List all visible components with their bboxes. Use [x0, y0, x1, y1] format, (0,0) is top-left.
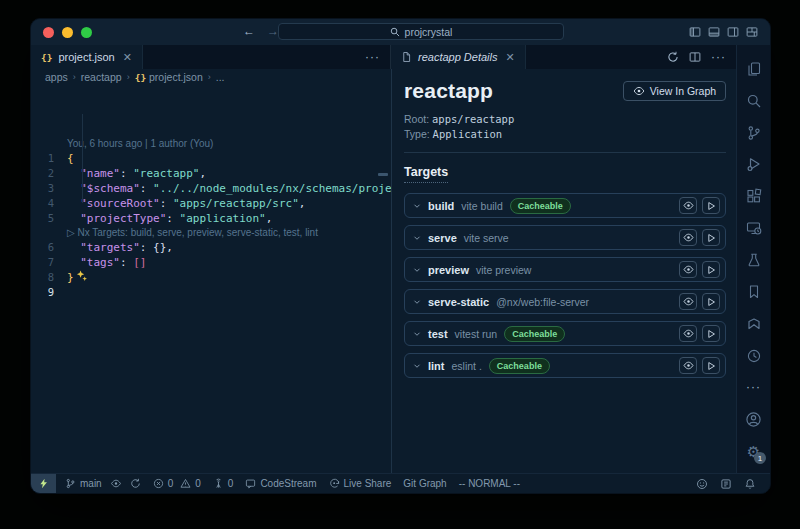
run-target-button[interactable] [702, 197, 720, 214]
breadcrumb-item[interactable]: {} project.json [135, 71, 203, 83]
refresh-icon[interactable] [667, 51, 679, 63]
account-icon[interactable] [737, 403, 770, 435]
problems-item[interactable]: 0 0 [147, 474, 207, 493]
timeline-clock-icon[interactable] [737, 340, 770, 372]
chevron-down-icon[interactable] [413, 234, 421, 242]
remote-indicator[interactable] [31, 474, 56, 493]
titlebar: ← → projcrystal [31, 19, 770, 45]
close-window-button[interactable] [43, 27, 54, 38]
run-target-button[interactable] [702, 261, 720, 278]
gitlens-eye-icon[interactable] [110, 478, 122, 489]
target-row[interactable]: serve-static@nx/web:file-server [404, 289, 726, 314]
view-target-button[interactable] [679, 357, 697, 374]
split-editor-icon[interactable] [689, 51, 701, 63]
chevron-down-icon[interactable] [413, 266, 421, 274]
vim-mode-label: -- NORMAL -- [459, 478, 520, 489]
target-row[interactable]: linteslint .Cacheable [404, 353, 726, 378]
cacheable-badge: Cacheable [489, 358, 550, 374]
scrollbar-mark[interactable] [378, 173, 388, 176]
code-line[interactable]: 6 "targets": {}, [31, 240, 391, 255]
blame-text: You, 6 hours ago | 1 author (You) [67, 137, 213, 151]
run-target-button[interactable] [702, 357, 720, 374]
target-row[interactable]: buildvite buildCacheable [404, 193, 726, 218]
indent-guide [82, 114, 83, 203]
code-line[interactable]: 5 "projectType": "application", [31, 211, 391, 226]
chevron-down-icon[interactable] [413, 362, 421, 370]
close-tab-icon[interactable]: ✕ [506, 51, 515, 64]
view-target-button[interactable] [679, 197, 697, 214]
git-branch-item[interactable]: main [59, 474, 147, 493]
warning-icon [180, 478, 191, 489]
chevron-down-icon[interactable] [413, 330, 421, 338]
search-icon [390, 27, 400, 37]
code-text: "projectType": "application", [67, 211, 272, 226]
nx-codelens[interactable]: ▷ Nx Targets: build, serve, preview, ser… [31, 226, 391, 240]
search-icon[interactable] [737, 85, 770, 117]
status-bar: main 0 0 0 CodeStream Live Share Git Gra… [31, 473, 770, 493]
target-row[interactable]: servevite serve [404, 225, 726, 250]
breadcrumb-item[interactable]: reactapp [81, 71, 122, 83]
command-center-search[interactable]: projcrystal [278, 23, 564, 40]
remote-explorer-icon[interactable] [737, 212, 770, 244]
sync-icon[interactable] [130, 478, 141, 489]
code-line[interactable]: 9 [31, 285, 391, 300]
view-target-button[interactable] [679, 293, 697, 310]
toggle-panel-icon[interactable] [708, 26, 720, 38]
view-target-button[interactable] [679, 261, 697, 278]
settings-gear-icon[interactable]: ⚙ 1 [737, 435, 770, 467]
toggle-sidebar-right-icon[interactable] [727, 26, 739, 38]
run-target-button[interactable] [702, 325, 720, 342]
vim-mode-item[interactable]: -- NORMAL -- [453, 474, 526, 493]
git-graph-item[interactable]: Git Graph [397, 474, 452, 493]
bookmarks-icon[interactable] [737, 276, 770, 308]
explorer-icon[interactable] [737, 53, 770, 85]
source-control-icon[interactable] [737, 117, 770, 149]
run-target-button[interactable] [702, 229, 720, 246]
target-controls [679, 325, 720, 342]
run-debug-icon[interactable] [737, 149, 770, 181]
extensions-icon[interactable] [737, 180, 770, 212]
eye-icon [683, 200, 694, 211]
codestream-item[interactable]: CodeStream [239, 474, 322, 493]
code-line[interactable]: 8} [31, 270, 391, 285]
target-command: eslint . [452, 360, 482, 372]
code-line[interactable]: 1{ [31, 151, 391, 166]
run-target-button[interactable] [702, 293, 720, 310]
nx-console-icon[interactable] [737, 308, 770, 340]
chevron-down-icon[interactable] [413, 202, 421, 210]
line-number: 2 [31, 166, 67, 181]
customize-layout-icon[interactable] [746, 26, 758, 38]
notifications-bell-icon[interactable] [738, 474, 762, 493]
tab-reactapp-details[interactable]: reactapp Details ✕ [391, 45, 526, 69]
ime-indicator-icon[interactable] [714, 474, 738, 493]
testing-beaker-icon[interactable] [737, 244, 770, 276]
live-share-item[interactable]: Live Share [323, 474, 398, 493]
ports-item[interactable]: 0 [207, 474, 240, 493]
target-row[interactable]: testvitest runCacheable [404, 321, 726, 346]
code-line[interactable]: 2 "name": "reactapp", [31, 166, 391, 181]
play-icon [706, 265, 716, 275]
toggle-sidebar-left-icon[interactable] [689, 26, 701, 38]
json-file-icon: {} [41, 52, 52, 63]
feedback-smiley-icon[interactable] [690, 474, 714, 493]
chevron-down-icon[interactable] [413, 298, 421, 306]
view-target-button[interactable] [679, 229, 697, 246]
zoom-window-button[interactable] [81, 27, 92, 38]
breadcrumb-item[interactable]: apps [45, 71, 68, 83]
code-editor[interactable]: You, 6 hours ago | 1 author (You)1{2 "na… [31, 84, 391, 473]
more-views-icon[interactable]: ··· [737, 371, 770, 403]
view-in-graph-button[interactable]: View In Graph [623, 81, 726, 101]
target-row[interactable]: previewvite preview [404, 257, 726, 282]
code-text: "targets": {}, [67, 240, 173, 255]
tab-project-json[interactable]: {} project.json ✕ [31, 45, 143, 69]
view-target-button[interactable] [679, 325, 697, 342]
code-line[interactable]: 3 "$schema": "../../node_modules/nx/sche… [31, 181, 391, 196]
editor-more-actions-icon[interactable]: ··· [711, 50, 726, 64]
breadcrumb-item[interactable]: ... [216, 71, 225, 83]
close-tab-icon[interactable]: ✕ [123, 51, 132, 64]
minimize-window-button[interactable] [62, 27, 73, 38]
editor-more-actions-icon[interactable]: ··· [365, 50, 380, 64]
back-icon[interactable]: ← [243, 24, 255, 38]
code-line[interactable]: 7 "tags": [] [31, 255, 391, 270]
code-line[interactable]: 4 "sourceRoot": "apps/reactapp/src", [31, 196, 391, 211]
